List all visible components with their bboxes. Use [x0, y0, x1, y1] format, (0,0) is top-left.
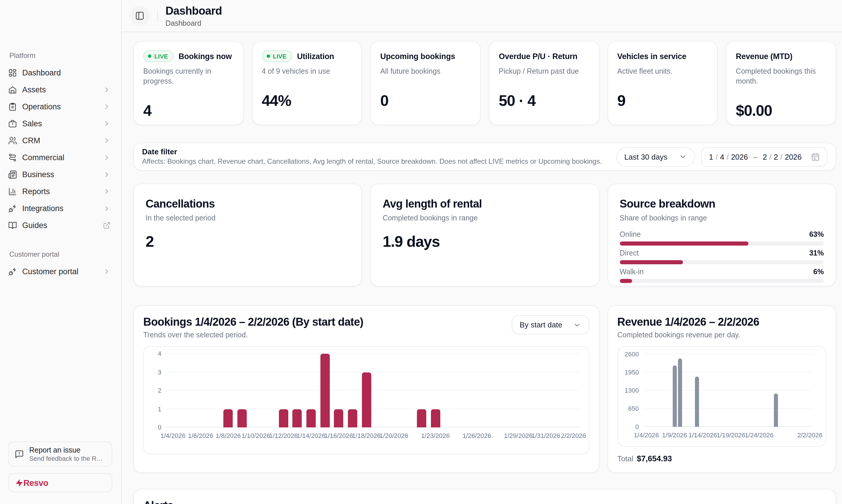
kpi-title: Overdue P/U · Return — [499, 52, 577, 60]
live-badge-label: LIVE — [154, 53, 168, 60]
sidebar-item-sales[interactable]: Sales — [5, 115, 117, 132]
kpi-title: Revenue (MTD) — [736, 52, 793, 60]
chart-bar — [678, 358, 682, 427]
operations-icon — [8, 102, 17, 111]
kpi-card-vehicles-in-service: Vehicles in serviceActive fleet units.9 — [607, 41, 717, 125]
x-axis-tick-label: 1/26/2026 — [463, 432, 491, 439]
x-axis-tick-label: 1/19/2026 — [717, 432, 745, 438]
assets-icon — [8, 85, 17, 94]
y-axis-tick-label: 1300 — [625, 388, 639, 394]
sidebar-item-label: Reports — [22, 187, 103, 196]
live-dot-icon — [266, 54, 270, 58]
report-issue-title: Report an issue — [29, 446, 104, 455]
sidebar-item-label: Business — [22, 170, 103, 179]
sales-icon — [8, 119, 17, 128]
chevron-right-icon — [103, 137, 110, 144]
sidebar-item-operations[interactable]: Operations — [5, 98, 117, 115]
source-row-direct: Direct31% — [620, 249, 824, 264]
kpi-value: 50 · 4 — [499, 92, 589, 110]
sidebar-item-customer-portal[interactable]: Customer portal — [5, 263, 117, 280]
date-range-value: 1/4/2026–2/2/2026 — [709, 152, 802, 161]
sidebar-item-label: Operations — [22, 102, 103, 111]
date-range-input[interactable]: 1/4/2026–2/2/2026 — [701, 147, 827, 166]
date-filter-title: Date filter — [142, 147, 602, 157]
avg-rental-title: Avg length of rental — [383, 197, 587, 211]
alerts-title: Alerts — [143, 499, 826, 504]
x-axis-tick-label: 1/18/2026 — [352, 432, 381, 439]
kpi-card-revenue-mtd: Revenue (MTD)Completed bookings this mon… — [726, 41, 836, 125]
sidebar-item-assets[interactable]: Assets — [5, 81, 117, 98]
kpi-title: Upcoming bookings — [380, 52, 455, 60]
sidebar-item-guides[interactable]: Guides — [5, 217, 117, 234]
sidebar-item-integrations[interactable]: Integrations — [5, 200, 117, 217]
sidebar-item-label: CRM — [22, 136, 103, 145]
source-progress-track — [620, 260, 824, 264]
bookings-chart-subtitle: Trends over the selected period. — [143, 330, 363, 340]
dashboard-content: LIVEBookings nowBookings currently in pr… — [122, 32, 842, 504]
revenue-total-row: Total$7,654.93 — [617, 454, 826, 463]
chart-bar — [334, 409, 343, 427]
sidebar-item-business[interactable]: Business — [5, 166, 117, 183]
resvo-logo[interactable]: Resvo — [8, 473, 112, 492]
source-progress-fill — [620, 279, 632, 283]
revenue-total-label: Total — [617, 454, 633, 463]
live-badge-label: LIVE — [273, 53, 287, 60]
chevron-right-icon — [103, 205, 110, 212]
business-icon — [8, 170, 17, 179]
sidebar-item-crm[interactable]: CRM — [5, 132, 117, 149]
calendar-icon — [811, 152, 820, 161]
date-preset-select[interactable]: Last 30 days — [616, 147, 696, 166]
kpi-value: 0 — [380, 92, 471, 110]
source-percent: 6% — [813, 268, 824, 276]
gridline — [166, 390, 580, 391]
report-issue-button[interactable]: Report an issue Send feedback to the Res… — [8, 442, 112, 467]
date-filter-description: Affects: Bookings chart, Revenue chart, … — [142, 157, 602, 166]
bookings-groupby-select[interactable]: By start date — [511, 315, 589, 335]
sidebar-item-reports[interactable]: Reports — [5, 183, 117, 200]
x-axis-tick-label: 1/23/2026 — [421, 432, 450, 439]
source-percent: 31% — [809, 249, 824, 257]
avg-rental-description: Completed bookings in range — [383, 213, 587, 223]
x-axis-tick-label: 1/24/2026 — [745, 432, 774, 438]
x-axis-tick-label: 1/8/2026 — [216, 432, 241, 439]
gridline — [644, 354, 813, 354]
chevron-down-icon — [679, 152, 687, 161]
kpi-title: Utilization — [297, 52, 334, 60]
chart-bar — [306, 409, 316, 427]
chart-bar — [673, 365, 677, 427]
gridline — [166, 353, 580, 354]
source-breakdown-description: Share of bookings in range — [620, 213, 824, 223]
chart-bar — [293, 409, 302, 427]
kpi-title: Bookings now — [179, 52, 232, 60]
commercial-icon — [8, 153, 17, 162]
chart-bar — [223, 409, 233, 427]
chart-bar — [279, 409, 288, 427]
chart-bar — [431, 409, 440, 427]
y-axis-tick-label: 1950 — [625, 369, 639, 376]
x-axis-tick-label: 1/10/2026 — [241, 432, 270, 439]
integrations-icon — [8, 204, 17, 213]
x-axis-tick-label: 1/20/2026 — [380, 432, 408, 439]
live-dot-icon — [148, 54, 151, 58]
y-axis-tick-label: 650 — [628, 406, 639, 412]
x-axis-tick-label: 1/14/2026 — [297, 432, 325, 439]
sidebar-item-commercial[interactable]: Commercial — [5, 149, 117, 166]
main-area: Dashboard Dashboard LIVEBookings nowBook… — [122, 0, 842, 504]
chart-bar — [695, 377, 699, 427]
live-badge: LIVE — [143, 50, 174, 62]
source-row-walk-in: Walk-in6% — [620, 268, 824, 283]
gridline — [644, 390, 813, 391]
kpi-row: LIVEBookings nowBookings currently in pr… — [133, 41, 836, 125]
x-axis-tick-label: 2/2/2026 — [798, 432, 823, 438]
y-axis-tick-label: 2600 — [625, 351, 639, 358]
x-axis-tick-label: 2/2/2026 — [561, 432, 586, 439]
chevron-right-icon — [103, 86, 110, 93]
source-breakdown-rows: Online63%Direct31%Walk-in6% — [620, 230, 824, 283]
sidebar-item-dashboard[interactable]: Dashboard — [5, 64, 117, 81]
avg-rental-value: 1.9 days — [383, 233, 587, 251]
panel-left-icon — [135, 11, 144, 20]
gridline — [644, 426, 813, 427]
sidebar-toggle-button[interactable] — [130, 6, 150, 26]
x-axis-tick-label: 1/6/2026 — [188, 432, 213, 439]
gridline — [644, 372, 813, 373]
